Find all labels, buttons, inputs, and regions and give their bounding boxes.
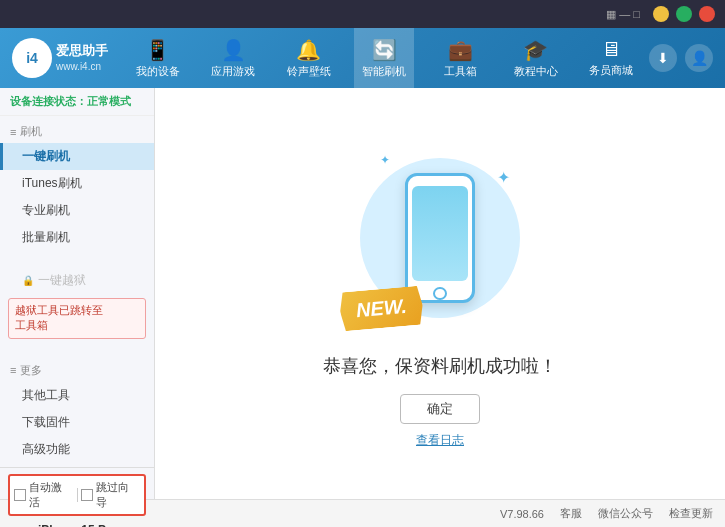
more-section-title: ≡ 更多: [0, 359, 154, 382]
nav-service[interactable]: 🖥 务员商城: [581, 28, 641, 88]
minimize-button[interactable]: [653, 6, 669, 22]
logo-icon: i4: [12, 38, 52, 78]
new-badge: NEW.: [338, 285, 424, 331]
service-icon: 🖥: [601, 38, 621, 61]
ringtone-icon: 🔔: [296, 38, 321, 62]
sidebar-item-itunes-flash[interactable]: iTunes刷机: [0, 170, 154, 197]
nav-tutorial[interactable]: 🎓 教程中心: [506, 28, 566, 88]
connection-status: 设备连接状态：正常模式: [0, 88, 154, 116]
main-content: ✦ ✦ NEW. 恭喜您，保资料刷机成功啦！ 确定 查看日志: [155, 88, 725, 499]
version-text: V7.98.66: [500, 508, 544, 520]
more-section: ≡ 更多 其他工具 下载固件 高级功能: [0, 355, 154, 467]
sidebar-bottom: 自动激活 跳过向导 📱 iPhone 15 Pro Max 512GB iPho…: [0, 467, 154, 527]
sparkle-1-icon: ✦: [497, 168, 510, 187]
device-icon: 📱: [145, 38, 170, 62]
auto-activate-checkbox[interactable]: [14, 489, 26, 501]
device-area: 自动激活 跳过向导 📱 iPhone 15 Pro Max 512GB iPho…: [0, 467, 154, 527]
view-log-link[interactable]: 查看日志: [416, 432, 464, 449]
user-button[interactable]: 👤: [685, 44, 713, 72]
close-button[interactable]: [699, 6, 715, 22]
sidebar-item-download-firmware[interactable]: 下载固件: [0, 409, 154, 436]
success-illustration: ✦ ✦ NEW.: [360, 138, 520, 338]
options-separator: [77, 488, 78, 502]
nav-bar: 📱 我的设备 👤 应用游戏 🔔 铃声壁纸 🔄 智能刷机 💼 工具箱 🎓 教程中心…: [120, 28, 649, 88]
footer-wechat[interactable]: 微信公众号: [598, 506, 653, 521]
skip-guide-checkbox-label[interactable]: 跳过向导: [81, 480, 140, 510]
main-layout: 设备连接状态：正常模式 ≡ 刷机 一键刷机 iTunes刷机 专业刷机 批量刷机…: [0, 88, 725, 499]
auto-options-row: 自动激活 跳过向导: [8, 474, 146, 516]
sidebar-item-advanced[interactable]: 高级功能: [0, 436, 154, 463]
sidebar-item-other-tools[interactable]: 其他工具: [0, 382, 154, 409]
nav-smart-flash[interactable]: 🔄 智能刷机: [354, 28, 414, 88]
phone-illustration: ✦ ✦ NEW.: [360, 138, 520, 338]
maximize-button[interactable]: [676, 6, 692, 22]
nav-right-actions: ⬇ 👤: [649, 44, 725, 72]
download-button[interactable]: ⬇: [649, 44, 677, 72]
auto-activate-checkbox-label[interactable]: 自动激活: [14, 480, 73, 510]
flash-section-title: ≡ 刷机: [0, 120, 154, 143]
header: i4 爱思助手 www.i4.cn 📱 我的设备 👤 应用游戏 🔔 铃声壁纸 🔄…: [0, 28, 725, 88]
success-message: 恭喜您，保资料刷机成功啦！: [323, 354, 557, 378]
sidebar-item-one-click-flash[interactable]: 一键刷机: [0, 143, 154, 170]
flash-icon: 🔄: [372, 38, 397, 62]
ok-button[interactable]: 确定: [400, 394, 480, 424]
footer-customer-service[interactable]: 客服: [560, 506, 582, 521]
sidebar: 设备连接状态：正常模式 ≡ 刷机 一键刷机 iTunes刷机 专业刷机 批量刷机…: [0, 88, 155, 499]
tutorial-icon: 🎓: [523, 38, 548, 62]
window-controls: ▦ — □: [606, 6, 717, 22]
phone-home-button: [433, 287, 447, 300]
sidebar-item-pro-flash[interactable]: 专业刷机: [0, 197, 154, 224]
wifi-icon: ▦ — □: [606, 8, 640, 21]
sidebar-item-jailbreak-disabled: 🔒 一键越狱: [0, 267, 154, 294]
sidebar-item-batch-flash[interactable]: 批量刷机: [0, 224, 154, 251]
logo-text: 爱思助手 www.i4.cn: [56, 43, 108, 73]
jailbreak-warning: 越狱工具已跳转至工具箱: [8, 298, 146, 339]
logo-area: i4 爱思助手 www.i4.cn: [0, 28, 120, 88]
nav-my-device[interactable]: 📱 我的设备: [128, 28, 188, 88]
phone-body: [405, 173, 475, 303]
nav-ringtones[interactable]: 🔔 铃声壁纸: [279, 28, 339, 88]
nav-toolbox[interactable]: 💼 工具箱: [430, 28, 490, 88]
jailbreak-section: 🔒 一键越狱 越狱工具已跳转至工具箱: [0, 263, 154, 347]
nav-apps-games[interactable]: 👤 应用游戏: [203, 28, 263, 88]
skip-guide-checkbox[interactable]: [81, 489, 93, 501]
flash-section: ≡ 刷机 一键刷机 iTunes刷机 专业刷机 批量刷机: [0, 116, 154, 255]
sparkle-2-icon: ✦: [380, 153, 390, 167]
device-info: 📱 iPhone 15 Pro Max 512GB iPhone: [8, 520, 146, 527]
toolbox-icon: 💼: [448, 38, 473, 62]
footer-check-update[interactable]: 检查更新: [669, 506, 713, 521]
apps-icon: 👤: [221, 38, 246, 62]
phone-screen: [412, 186, 468, 281]
device-name: iPhone 15 Pro Max: [38, 523, 144, 527]
